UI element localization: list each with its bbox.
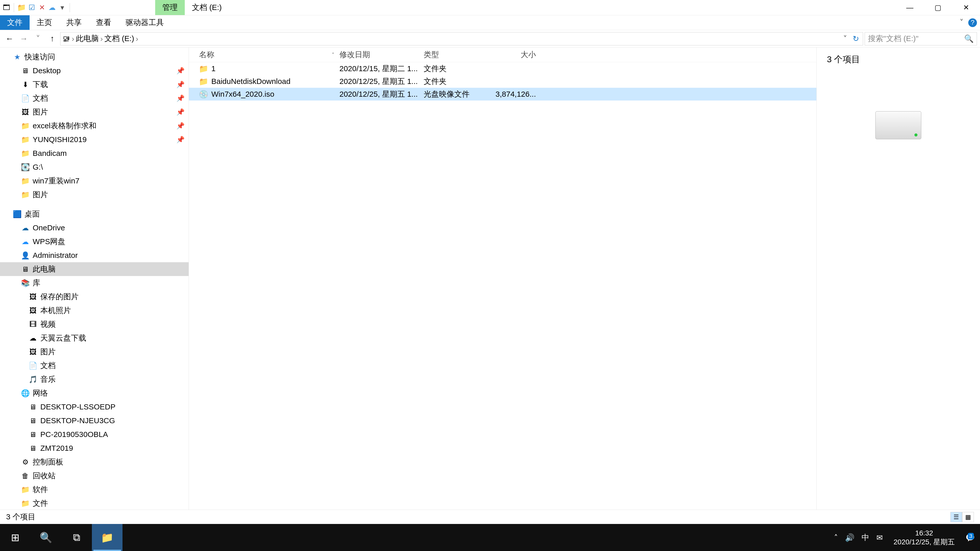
nav-tree[interactable]: ★ 快速访问 🖥Desktop📌 ⬇下载📌 📄文档📌 🖼图片📌 📁excel表格… [0,48,189,510]
tree-item[interactable]: ⬇下载📌 [0,78,189,91]
nav-recent-button[interactable]: ˅ [32,32,45,45]
tree-item[interactable]: 📁图片 [0,188,189,202]
nav-up-button[interactable]: ↑ [46,32,59,45]
close-icon[interactable]: ✕ [38,3,46,12]
ribbon-tab-share[interactable]: 共享 [59,15,89,30]
tree-item[interactable]: 🖥PC-20190530OBLA [0,427,189,441]
search-icon[interactable]: 🔍 [964,34,974,43]
nav-forward-button[interactable]: → [18,32,30,45]
column-size[interactable]: 大小 [490,49,541,60]
folder-icon: 📁 [21,149,30,158]
ribbon-context-tab[interactable]: 管理 [155,0,185,15]
tree-this-pc[interactable]: 🖥此电脑 [0,262,189,276]
task-view-button[interactable]: ⧉ [61,524,92,551]
refresh-icon[interactable]: ↻ [851,34,861,43]
details-view-button[interactable]: ☰ [950,512,962,522]
tree-control-panel[interactable]: ⚙控制面板 [0,455,189,469]
minimize-button[interactable]: — [896,0,924,15]
tree-item[interactable]: 🎞视频 [0,318,189,331]
drive-icon: 💽 [21,163,30,171]
tree-quick-access[interactable]: ★ 快速访问 [0,50,189,64]
address-dropdown-icon[interactable]: ˅ [841,34,849,43]
tree-item[interactable]: 🖼本机照片 [0,303,189,318]
nav-back-button[interactable]: ← [3,32,16,45]
column-type[interactable]: 类型 [424,49,490,60]
action-center-icon[interactable]: 💬3 [966,533,975,542]
file-row[interactable]: 📁BaiduNetdiskDownload 2020/12/25, 星期五 1.… [189,75,816,88]
pc-icon: 🖥 [29,403,37,411]
start-button[interactable]: ⊞ [0,524,30,551]
tree-item[interactable]: 🖥DESKTOP-NJEU3CG [0,414,189,427]
ribbon-tab-home[interactable]: 主页 [30,15,59,30]
ribbon-tab-view[interactable]: 查看 [89,15,118,30]
column-date[interactable]: 修改日期 [339,49,424,60]
notification-badge: 3 [968,533,974,540]
clock-time: 16:32 [894,529,955,537]
taskbar-search-button[interactable]: 🔍 [30,524,61,551]
maximize-button[interactable]: ▢ [924,0,952,15]
tree-item[interactable]: 📄文档 [0,359,189,372]
tree-item[interactable]: 🖥Desktop📌 [0,64,189,78]
status-bar: 3 个项目 ☰ ▦ [0,510,980,524]
tree-item[interactable]: 📄文档📌 [0,91,189,105]
tree-item[interactable]: ☁OneDrive [0,221,189,235]
close-button[interactable]: ✕ [952,0,980,15]
quick-access-toolbar: 🗔 📁 ☑ ✕ ☁ ▾ [0,0,73,15]
tree-item[interactable]: ☁WPS网盘 [0,235,189,248]
tree-item[interactable]: 📁Bandicam [0,146,189,160]
ime-icon[interactable]: 中 [862,532,869,543]
breadcrumb-this-pc[interactable]: 此电脑 [76,33,99,44]
file-type: 光盘映像文件 [424,89,490,100]
tree-item[interactable]: 📁win7重装win7 [0,174,189,188]
tree-item[interactable]: 📁YUNQISHI2019📌 [0,133,189,146]
tree-desktop[interactable]: 🟦桌面 [0,207,189,221]
chevron-right-icon[interactable]: › [72,35,74,43]
tree-item[interactable]: 🖥DESKTOP-LSSOEDP [0,400,189,414]
tree-label: 控制面板 [33,457,63,467]
tree-label: 文件 [33,498,48,509]
cloud-icon[interactable]: ☁ [48,3,56,12]
file-row[interactable]: 💿Win7x64_2020.iso 2020/12/25, 星期五 1... 光… [189,88,816,100]
list-header: 名称˄ 修改日期 类型 大小 [189,48,816,62]
checkbox-icon[interactable]: ☑ [27,3,36,12]
picture-icon: 🖼 [29,348,37,356]
tree-item[interactable]: 🖼保存的图片 [0,290,189,303]
tree-item[interactable]: 🖥ZMT2019 [0,441,189,455]
tree-recycle-bin[interactable]: 🗑回收站 [0,469,189,483]
tree-item[interactable]: 🖼图片📌 [0,105,189,119]
help-icon[interactable]: ? [968,18,977,27]
folder-icon[interactable]: 📁 [17,3,26,12]
pin-icon: 📌 [177,94,185,102]
file-row[interactable]: 📁1 2020/12/15, 星期二 1... 文件夹 [189,62,816,75]
address-bar[interactable]: 🖳 › 此电脑 › 文档 (E:) › ˅ ↻ [60,32,863,45]
volume-icon[interactable]: 🔊 [845,533,854,542]
ribbon-expand-icon[interactable]: ˅ [959,18,964,27]
tree-item[interactable]: 📁excel表格制作求和📌 [0,119,189,133]
taskbar-clock[interactable]: 16:32 2020/12/25, 星期五 [890,529,958,546]
tree-label: 天翼云盘下载 [40,333,86,343]
search-input[interactable]: 搜索"文档 (E:)" 🔍 [865,32,977,45]
document-icon: 📄 [29,362,37,370]
tree-item[interactable]: 💽G:\ [0,160,189,174]
preview-pane: 3 个项目 [817,48,980,510]
tray-overflow-icon[interactable]: ˄ [834,533,838,542]
mail-icon[interactable]: ✉ [877,533,883,542]
tree-network[interactable]: 🌐网络 [0,386,189,400]
chevron-right-icon[interactable]: › [100,35,103,43]
tree-item[interactable]: 🎵音乐 [0,372,189,386]
column-name[interactable]: 名称˄ [189,49,339,60]
breadcrumb-drive[interactable]: 文档 (E:) [104,33,134,44]
taskbar-explorer-button[interactable]: 📁 [92,524,123,551]
icons-view-button[interactable]: ▦ [962,512,974,522]
ribbon-tab-drive-tools[interactable]: 驱动器工具 [118,15,171,30]
tree-item[interactable]: 👤Administrator [0,248,189,262]
pin-icon: 📌 [177,136,185,144]
tree-item[interactable]: 🖼图片 [0,345,189,359]
tree-item[interactable]: 📁软件 [0,483,189,496]
qat-dropdown-icon[interactable]: ▾ [58,3,67,12]
ribbon-tab-file[interactable]: 文件 [0,15,30,30]
tree-libraries[interactable]: 📚库 [0,276,189,290]
tree-item[interactable]: ☁天翼云盘下载 [0,331,189,345]
tree-item[interactable]: 📁文件 [0,496,189,510]
chevron-right-icon[interactable]: › [136,35,138,43]
